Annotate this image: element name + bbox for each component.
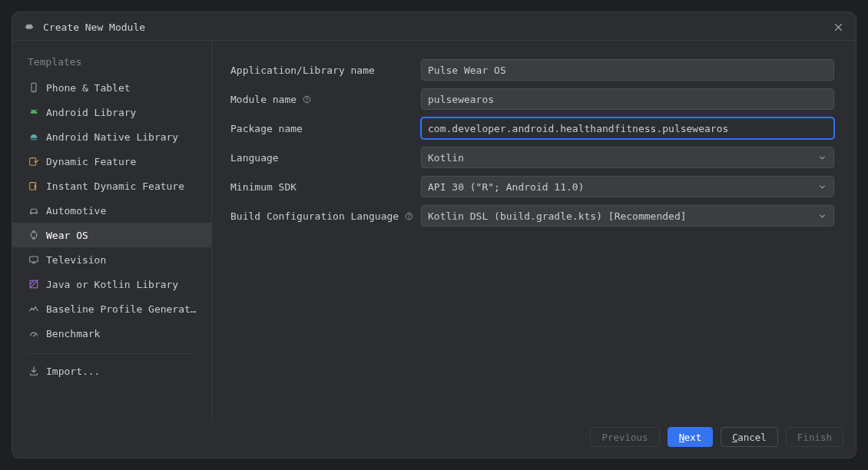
language-select[interactable]: Kotlin <box>421 147 834 168</box>
template-label: Wear OS <box>46 230 88 241</box>
template-baseline-profile-generator[interactable]: Baseline Profile Generator <box>12 296 211 321</box>
svg-point-10 <box>33 336 35 337</box>
template-label: Baseline Profile Generator <box>46 303 202 315</box>
dialog-footer: Previous Next Cancel Finish <box>12 419 856 458</box>
sidebar-divider <box>28 353 196 354</box>
templates-list: Phone & Tablet Android Library Android N… <box>12 75 211 346</box>
next-button[interactable]: Next <box>668 427 714 447</box>
close-button[interactable] <box>831 20 845 34</box>
template-instant-dynamic-feature[interactable]: Instant Dynamic Feature <box>12 174 211 198</box>
min-sdk-select[interactable]: API 30 ("R"; Android 11.0) <box>421 176 834 197</box>
template-television[interactable]: Television <box>12 247 211 272</box>
android-icon <box>23 21 35 33</box>
phone-icon <box>28 81 40 94</box>
template-label: Automotive <box>46 205 106 217</box>
instant-dynamic-feature-icon <box>28 180 40 192</box>
min-sdk-value: API 30 ("R"; Android 11.0) <box>428 181 585 193</box>
template-label: Android Library <box>46 107 136 118</box>
template-android-library[interactable]: Android Library <box>12 100 211 124</box>
dialog-title: Create New Module <box>43 22 145 33</box>
svg-point-5 <box>31 211 32 212</box>
television-icon <box>28 253 40 266</box>
svg-point-12 <box>306 101 307 101</box>
chevron-down-icon <box>817 152 827 163</box>
template-java-kotlin-library[interactable]: Java or Kotlin Library <box>12 272 211 296</box>
cancel-rest: ancel <box>737 432 767 443</box>
native-library-icon <box>28 131 40 143</box>
chevron-down-icon <box>817 210 827 221</box>
android-library-icon <box>28 106 40 118</box>
import-module[interactable]: Import... <box>12 359 211 383</box>
build-lang-label: Build Configuration Language <box>230 210 399 222</box>
dialog-titlebar: Create New Module <box>12 12 856 40</box>
kotlin-library-icon <box>28 278 40 290</box>
templates-sidebar: Templates Phone & Tablet Android Library <box>12 41 212 419</box>
language-label: Language <box>230 152 421 164</box>
module-name-help-icon[interactable] <box>301 94 312 104</box>
svg-rect-2 <box>31 139 38 141</box>
template-automotive[interactable]: Automotive <box>12 198 211 223</box>
build-lang-select[interactable]: Kotlin DSL (build.gradle.kts) [Recommend… <box>421 205 834 227</box>
template-label: Android Native Library <box>46 131 178 143</box>
module-name-label: Module name <box>230 94 297 105</box>
template-android-native-library[interactable]: Android Native Library <box>12 124 211 149</box>
app-name-label: Application/Library name <box>230 65 421 76</box>
wear-os-icon <box>28 229 40 241</box>
package-name-label: Package name <box>230 123 421 134</box>
svg-rect-1 <box>33 91 35 91</box>
template-label: Dynamic Feature <box>46 156 136 167</box>
min-sdk-label: Minimum SDK <box>230 181 421 193</box>
finish-button: Finish <box>786 427 843 447</box>
build-lang-value: Kotlin DSL (build.gradle.kts) [Recommend… <box>428 210 687 222</box>
template-label: Phone & Tablet <box>46 82 131 94</box>
app-name-input[interactable] <box>421 59 834 81</box>
template-label: Television <box>46 254 106 266</box>
package-name-input[interactable] <box>421 118 834 139</box>
template-dynamic-feature[interactable]: Dynamic Feature <box>12 149 211 174</box>
module-form: Application/Library name Module name Pac… <box>212 41 856 419</box>
cancel-button[interactable]: Cancel <box>721 427 778 447</box>
language-value: Kotlin <box>428 152 464 164</box>
module-name-input[interactable] <box>421 88 834 110</box>
dialog-body: Templates Phone & Tablet Android Library <box>12 40 856 419</box>
template-label: Instant Dynamic Feature <box>46 180 184 192</box>
template-label: Benchmark <box>46 328 100 339</box>
template-phone-tablet[interactable]: Phone & Tablet <box>12 75 211 100</box>
baseline-profile-icon <box>28 303 40 315</box>
template-benchmark[interactable]: Benchmark <box>12 321 211 346</box>
previous-button: Previous <box>590 427 659 447</box>
templates-section-label: Templates <box>12 51 211 75</box>
svg-point-14 <box>409 217 409 218</box>
svg-point-6 <box>35 211 36 212</box>
automotive-icon <box>28 204 40 217</box>
import-icon <box>28 365 40 377</box>
close-icon <box>833 22 843 32</box>
svg-point-7 <box>31 232 37 238</box>
benchmark-icon <box>28 327 40 339</box>
dynamic-feature-icon <box>28 155 40 167</box>
build-lang-help-icon[interactable] <box>403 210 414 221</box>
next-rest: ext <box>684 432 702 443</box>
svg-rect-8 <box>30 257 38 262</box>
import-label: Import... <box>46 366 100 377</box>
chevron-down-icon <box>817 181 827 192</box>
template-label: Java or Kotlin Library <box>46 279 178 290</box>
create-module-dialog: Create New Module Templates Phone & Tabl… <box>12 12 856 458</box>
template-wear-os[interactable]: Wear OS <box>12 223 211 247</box>
